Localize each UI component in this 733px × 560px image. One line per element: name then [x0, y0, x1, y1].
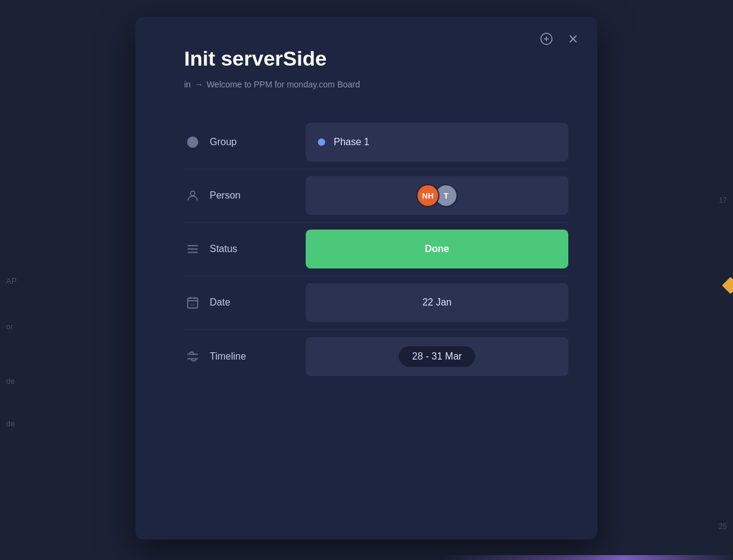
field-label-person: Person: [184, 187, 306, 204]
field-row-timeline: Timeline 28 - 31 Mar: [184, 330, 568, 383]
status-value-side: Done: [306, 230, 568, 268]
svg-point-5: [187, 137, 198, 148]
status-value-text: Done: [425, 244, 449, 254]
timeline-icon: [184, 348, 201, 365]
date-value-side: 22 Jan: [306, 283, 568, 322]
breadcrumb-arrow: →: [194, 80, 203, 89]
field-label-group: Group: [184, 134, 306, 151]
field-row-group: Group Phase 1: [184, 116, 568, 169]
field-label-date: 17 Date: [184, 294, 306, 311]
svg-point-6: [190, 191, 194, 196]
modal-title: Init serverSide: [184, 46, 568, 71]
group-label-text: Group: [210, 137, 236, 148]
person-value-cell[interactable]: NH T: [306, 176, 568, 215]
date-value-cell[interactable]: 22 Jan: [306, 283, 568, 322]
date-value-text: 22 Jan: [318, 297, 556, 308]
add-comment-button[interactable]: [537, 29, 556, 49]
modal: Init serverSide in → Welcome to PPM for …: [136, 17, 597, 539]
group-dot: [318, 138, 325, 146]
breadcrumb-board: Welcome to PPM for monday.com Board: [207, 80, 360, 89]
close-button[interactable]: [563, 29, 583, 49]
field-row-status: Status Done: [184, 223, 568, 276]
field-row-person: Person NH T: [184, 169, 568, 223]
fields-container: Group Phase 1: [184, 116, 568, 383]
group-value-side: Phase 1: [306, 123, 568, 162]
timeline-pill: 28 - 31 Mar: [399, 346, 475, 367]
timeline-label-text: Timeline: [210, 351, 246, 362]
field-label-timeline: Timeline: [184, 348, 306, 365]
svg-text:17: 17: [191, 303, 194, 307]
timeline-value-side: 28 - 31 Mar: [306, 337, 568, 376]
status-icon: [184, 241, 201, 258]
field-label-status: Status: [184, 241, 306, 258]
modal-overlay: Init serverSide in → Welcome to PPM for …: [0, 0, 733, 560]
person-icon: [184, 187, 201, 204]
modal-actions: [537, 29, 583, 49]
group-icon: [184, 134, 201, 151]
timeline-value-text: 28 - 31 Mar: [412, 351, 462, 362]
avatar-nh: NH: [416, 184, 439, 207]
field-row-date: 17 Date 22 Jan: [184, 276, 568, 330]
group-value-cell[interactable]: Phase 1: [306, 123, 568, 162]
group-value-text: Phase 1: [334, 137, 370, 148]
timeline-value-cell[interactable]: 28 - 31 Mar: [306, 337, 568, 376]
breadcrumb: in → Welcome to PPM for monday.com Board: [184, 80, 568, 89]
date-label-text: Date: [210, 297, 230, 308]
status-value-cell[interactable]: Done: [306, 230, 568, 268]
person-label-text: Person: [210, 190, 241, 201]
breadcrumb-prefix: in: [184, 80, 191, 89]
person-value-side: NH T: [306, 176, 568, 215]
date-icon: 17: [184, 294, 201, 311]
status-label-text: Status: [210, 244, 237, 254]
